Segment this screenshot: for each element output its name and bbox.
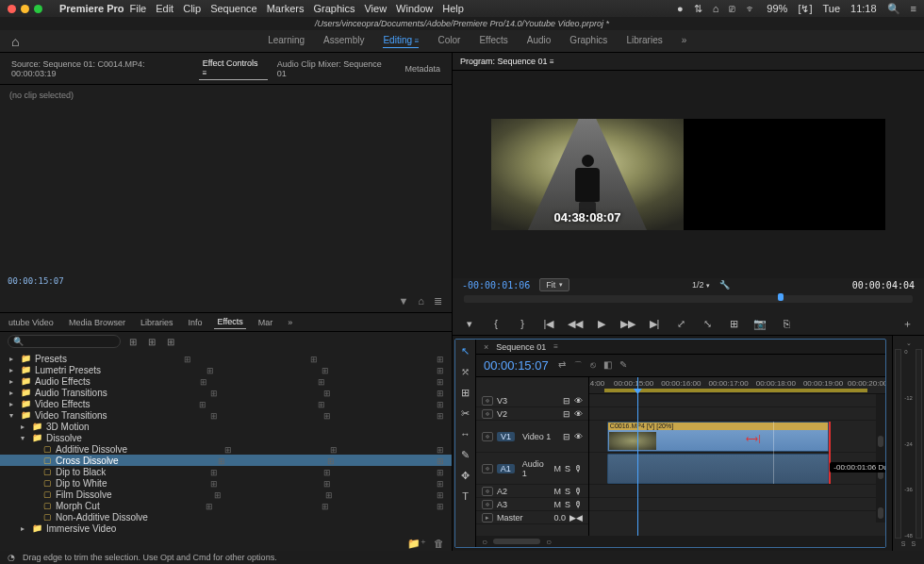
program-in-timecode[interactable]: -00:00:01:06 xyxy=(462,280,530,290)
zoom-window-dot[interactable] xyxy=(34,5,42,13)
lane-a3[interactable] xyxy=(589,498,885,511)
tab-effect-controls[interactable]: Effect Controls ≡ xyxy=(199,57,268,80)
audio-clip[interactable] xyxy=(607,454,830,484)
zoom-scrollbar[interactable] xyxy=(493,539,540,544)
lift-button[interactable]: ⤢ xyxy=(673,318,688,330)
tab-markers[interactable]: Mar xyxy=(256,316,276,329)
tab-project[interactable]: utube Video xyxy=(6,316,57,329)
lane-v2[interactable] xyxy=(589,407,885,421)
step-back-button[interactable]: ◀◀ xyxy=(568,318,583,330)
source-timecode[interactable]: 00:00:15:07 xyxy=(0,276,452,290)
marker-icon[interactable]: ⎋ xyxy=(590,359,596,373)
wrench-icon[interactable]: ✎ xyxy=(619,359,627,373)
tab-program[interactable]: Program: Sequence 01 ≡ xyxy=(460,57,554,66)
go-to-out-button[interactable]: ▶| xyxy=(647,318,662,330)
track-header-a1[interactable]: ⎆A1Audio 1MS🎙 xyxy=(476,453,588,485)
program-monitor-viewport[interactable]: 04:38:08:07 xyxy=(453,71,924,278)
workspace-effects[interactable]: Effects xyxy=(479,35,507,48)
tab-metadata[interactable]: Metadata xyxy=(401,62,444,75)
effects-tree-item[interactable]: ▸📁Lumetri Presets⊞⊞⊞ xyxy=(0,364,452,375)
filter-icon[interactable]: ▼ xyxy=(398,295,408,307)
effects-tree-item[interactable]: ▢Dip to Black⊞⊞⊞ xyxy=(0,466,452,477)
pen-tool[interactable]: ✎ xyxy=(458,447,473,462)
workspace-libraries[interactable]: Libraries xyxy=(626,35,662,48)
menu-view[interactable]: View xyxy=(364,3,387,14)
program-out-timecode[interactable]: 00:00:04:04 xyxy=(852,280,915,290)
window-traffic-lights[interactable] xyxy=(8,5,42,13)
slip-tool[interactable]: ↔ xyxy=(458,426,473,441)
selection-tool[interactable]: ↖ xyxy=(458,343,473,358)
menu-clip[interactable]: Clip xyxy=(183,3,201,14)
sequence-name[interactable]: Sequence 01 xyxy=(496,342,546,352)
effects-tree-item[interactable]: ▢Morph Cut⊞⊞⊞ xyxy=(0,500,452,511)
play-button[interactable]: ▶ xyxy=(594,318,609,330)
effects-tree-item[interactable]: ▾📁Dissolve xyxy=(0,432,452,443)
status-icon-1[interactable]: ● xyxy=(677,3,684,14)
effects-tree-item[interactable]: ▢Cross Dissolve⊞⊞⊞ xyxy=(0,455,452,466)
track-select-tool[interactable]: ⤱ xyxy=(458,364,473,379)
menu-window[interactable]: Window xyxy=(396,3,433,14)
button-editor[interactable]: ＋ xyxy=(899,317,915,331)
lane-a2[interactable] xyxy=(589,485,885,498)
type-tool[interactable]: T xyxy=(458,489,473,504)
step-forward-button[interactable]: ▶▶ xyxy=(620,318,635,330)
snapshot-button[interactable]: 📷 xyxy=(752,318,767,330)
track-header-v2[interactable]: ⎆V2⊟👁 xyxy=(476,407,588,421)
effects-tree-item[interactable]: ▸📁Audio Effects⊞⊞⊞ xyxy=(0,375,452,387)
settings-button[interactable]: 🔧 xyxy=(719,280,730,290)
extract-button[interactable]: ⤡ xyxy=(700,318,715,330)
tab-media-browser[interactable]: Media Browser xyxy=(66,316,128,329)
home-button[interactable]: ⌂ xyxy=(11,34,19,49)
tab-libraries[interactable]: Libraries xyxy=(138,316,176,329)
timeline-tracks-area[interactable]: 14:00 00:00:15:00 00:00:16:00 00:00:17:0… xyxy=(589,377,885,536)
zoom-fit-dropdown[interactable]: Fit▾ xyxy=(539,278,569,291)
comparison-button[interactable]: ⎘ xyxy=(779,318,794,329)
close-sequence[interactable]: × xyxy=(484,342,488,352)
workspace-learning[interactable]: Learning xyxy=(268,35,305,48)
effects-tree-item[interactable]: ▸📁Video Effects⊞⊞⊞ xyxy=(0,398,452,409)
effects-tree-item[interactable]: ▢Film Dissolve⊞⊞⊞ xyxy=(0,489,452,500)
effects-tree-item[interactable]: ▢Dip to White⊞⊞⊞ xyxy=(0,477,452,489)
effects-tree-item[interactable]: ▸📁Presets⊞⊞⊞ xyxy=(0,353,452,364)
snap-icon[interactable]: ⇄ xyxy=(558,359,566,373)
export-frame-button[interactable]: ⊞ xyxy=(726,318,741,330)
vertical-scrollbar[interactable] xyxy=(876,394,885,523)
tab-overflow[interactable]: » xyxy=(285,316,295,329)
menu-graphics[interactable]: Graphics xyxy=(313,3,355,14)
status-icon-3[interactable]: ⌂ xyxy=(713,3,719,14)
workspace-editing[interactable]: Editing ≡ xyxy=(383,35,419,48)
solo-right[interactable]: S xyxy=(912,540,916,547)
status-icon-4[interactable]: ⎚ xyxy=(729,3,735,14)
trim-edge[interactable] xyxy=(829,422,831,484)
effects-tree-item[interactable]: ▸📁Audio Transitions⊞⊞⊞ xyxy=(0,387,452,398)
app-name[interactable]: Premiere Pro xyxy=(59,3,124,14)
workspace-overflow[interactable]: » xyxy=(682,35,687,48)
program-scrub-bar[interactable] xyxy=(464,295,913,303)
effects-tree-item[interactable]: ▸📁Immersive Video xyxy=(0,523,452,534)
resolution-dropdown[interactable]: 1/2 ▾ xyxy=(692,280,710,290)
track-header-a2[interactable]: ⎆A2MS🎙 xyxy=(476,485,588,498)
settings-icon[interactable]: ◧ xyxy=(603,359,612,373)
track-header-v1[interactable]: ⎆V1Video 1⊟👁 xyxy=(476,421,588,453)
new-bin-button[interactable]: 📁⁺ xyxy=(407,538,426,550)
battery-icon[interactable]: [↯] xyxy=(798,3,812,15)
track-header-v3[interactable]: ⎆V3⊟👁 xyxy=(476,394,588,407)
spotlight-icon[interactable]: 🔍 xyxy=(887,3,900,15)
menu-sequence[interactable]: Sequence xyxy=(210,3,257,14)
timeline-timecode[interactable]: 00:00:15:07 xyxy=(484,358,549,373)
workspace-assembly[interactable]: Assembly xyxy=(323,35,364,48)
workspace-audio[interactable]: Audio xyxy=(527,35,552,48)
effects-tree-item[interactable]: ▢Additive Dissolve⊞⊞⊞ xyxy=(0,443,452,455)
menu-help[interactable]: Help xyxy=(442,3,464,14)
razor-tool[interactable]: ✂ xyxy=(458,406,473,421)
add-marker-button[interactable]: ▾ xyxy=(462,318,477,330)
list-icon[interactable]: ≣ xyxy=(434,295,442,307)
video-clip[interactable]: C0016.MP4 [V] [20%] xyxy=(607,422,830,452)
effects-tree-item[interactable]: ▾📁Video Transitions⊞⊞⊞ xyxy=(0,409,452,421)
scrub-handle[interactable] xyxy=(778,293,784,301)
tab-audio-clip-mixer[interactable]: Audio Clip Mixer: Sequence 01 xyxy=(273,58,396,80)
effects-tree[interactable]: ▸📁Presets⊞⊞⊞▸📁Lumetri Presets⊞⊞⊞▸📁Audio … xyxy=(0,351,452,536)
solo-left[interactable]: S xyxy=(901,540,906,547)
menu-edit[interactable]: Edit xyxy=(156,3,173,14)
effects-search-input[interactable]: 🔍 xyxy=(8,335,121,348)
